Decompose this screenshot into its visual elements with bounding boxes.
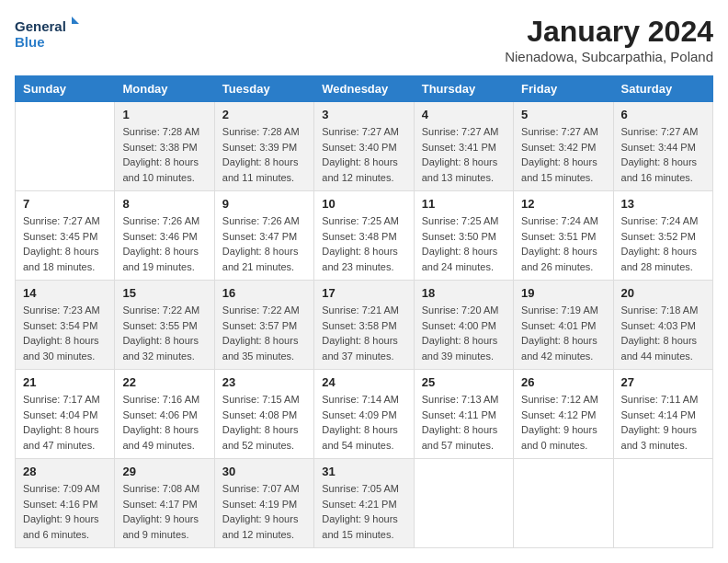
page-header: General Blue January 2024 Nienadowa, Sub… [15,15,713,64]
calendar-cell [514,459,613,548]
day-number: 18 [422,286,506,300]
sunset-text: Sunset: 3:45 PM [23,231,97,242]
sunset-text: Sunset: 3:51 PM [521,231,596,242]
calendar-cell: 12 Sunrise: 7:24 AM Sunset: 3:51 PM Dayl… [514,191,613,281]
calendar-cell: 11 Sunrise: 7:25 AM Sunset: 3:50 PM Dayl… [414,191,513,281]
calendar-cell: 25 Sunrise: 7:13 AM Sunset: 4:11 PM Dayl… [414,370,513,459]
sunrise-text: Sunrise: 7:13 AM [422,394,499,405]
day-number: 25 [422,375,506,389]
day-number: 6 [621,108,705,121]
day-number: 10 [322,197,405,211]
day-number: 3 [322,108,405,121]
sunrise-text: Sunrise: 7:28 AM [122,126,199,137]
day-details: Sunrise: 7:14 AM Sunset: 4:09 PM Dayligh… [322,392,405,453]
sunrise-text: Sunrise: 7:17 AM [23,394,100,405]
svg-text:General: General [15,18,66,34]
daylight-text: Daylight: 8 hours and 35 minutes. [222,335,299,362]
sunrise-text: Sunrise: 7:15 AM [222,394,300,405]
day-number: 1 [122,108,206,121]
calendar-cell: 21 Sunrise: 7:17 AM Sunset: 4:04 PM Dayl… [16,370,115,459]
calendar-cell: 28 Sunrise: 7:09 AM Sunset: 4:16 PM Dayl… [16,459,115,548]
day-number: 19 [521,286,605,300]
sunrise-text: Sunrise: 7:22 AM [122,304,199,316]
sunrise-text: Sunrise: 7:16 AM [122,394,199,405]
day-details: Sunrise: 7:17 AM Sunset: 4:04 PM Dayligh… [23,392,107,453]
daylight-text: Daylight: 9 hours and 12 minutes. [222,513,299,540]
sunset-text: Sunset: 4:08 PM [222,409,297,420]
sunrise-text: Sunrise: 7:25 AM [422,215,499,226]
sunrise-text: Sunrise: 7:07 AM [222,483,300,494]
day-number: 8 [122,197,206,211]
calendar-week-row: 21 Sunrise: 7:17 AM Sunset: 4:04 PM Dayl… [16,370,713,459]
sunset-text: Sunset: 4:04 PM [23,409,97,420]
day-details: Sunrise: 7:09 AM Sunset: 4:16 PM Dayligh… [23,481,107,542]
sunset-text: Sunset: 4:21 PM [322,499,396,510]
calendar-day-header: Monday [115,76,214,102]
day-details: Sunrise: 7:23 AM Sunset: 3:54 PM Dayligh… [23,303,107,363]
daylight-text: Daylight: 8 hours and 15 minutes. [521,156,597,183]
sunrise-text: Sunrise: 7:27 AM [422,126,499,137]
day-number: 27 [621,375,705,389]
calendar-day-header: Friday [514,76,613,102]
sunrise-text: Sunrise: 7:27 AM [322,126,399,137]
calendar-cell: 27 Sunrise: 7:11 AM Sunset: 4:14 PM Dayl… [613,370,712,459]
day-number: 15 [122,286,206,300]
sunrise-text: Sunrise: 7:14 AM [322,394,399,405]
daylight-text: Daylight: 8 hours and 13 minutes. [422,156,498,183]
day-details: Sunrise: 7:27 AM Sunset: 3:41 PM Dayligh… [422,124,506,185]
calendar-cell: 30 Sunrise: 7:07 AM Sunset: 4:19 PM Dayl… [214,459,313,548]
daylight-text: Daylight: 8 hours and 19 minutes. [122,246,199,272]
day-details: Sunrise: 7:24 AM Sunset: 3:52 PM Dayligh… [621,213,705,274]
daylight-text: Daylight: 9 hours and 9 minutes. [122,513,199,540]
day-details: Sunrise: 7:08 AM Sunset: 4:17 PM Dayligh… [122,481,206,542]
daylight-text: Daylight: 8 hours and 10 minutes. [122,156,199,183]
sunset-text: Sunset: 3:39 PM [222,142,297,153]
calendar-table: SundayMondayTuesdayWednesdayThursdayFrid… [15,75,713,548]
day-details: Sunrise: 7:15 AM Sunset: 4:08 PM Dayligh… [222,392,306,453]
day-number: 2 [222,108,306,121]
calendar-cell: 2 Sunrise: 7:28 AM Sunset: 3:39 PM Dayli… [214,102,313,191]
sunrise-text: Sunrise: 7:27 AM [23,215,100,226]
sunset-text: Sunset: 4:14 PM [621,409,696,420]
day-details: Sunrise: 7:21 AM Sunset: 3:58 PM Dayligh… [322,303,405,363]
daylight-text: Daylight: 8 hours and 18 minutes. [23,246,99,272]
day-details: Sunrise: 7:25 AM Sunset: 3:48 PM Dayligh… [322,213,405,274]
calendar-cell: 18 Sunrise: 7:20 AM Sunset: 4:00 PM Dayl… [414,281,513,370]
sunset-text: Sunset: 3:55 PM [122,320,197,331]
calendar-cell: 8 Sunrise: 7:26 AM Sunset: 3:46 PM Dayli… [115,191,214,281]
calendar-day-header: Tuesday [214,76,313,102]
daylight-text: Daylight: 8 hours and 21 minutes. [222,246,299,272]
calendar-cell: 1 Sunrise: 7:28 AM Sunset: 3:38 PM Dayli… [115,102,214,191]
sunrise-text: Sunrise: 7:27 AM [621,126,699,137]
daylight-text: Daylight: 8 hours and 39 minutes. [422,335,498,362]
day-details: Sunrise: 7:19 AM Sunset: 4:01 PM Dayligh… [521,303,605,363]
svg-marker-2 [72,17,79,24]
day-details: Sunrise: 7:05 AM Sunset: 4:21 PM Dayligh… [322,481,405,542]
daylight-text: Daylight: 9 hours and 3 minutes. [621,424,698,451]
sunrise-text: Sunrise: 7:18 AM [621,304,699,316]
sunrise-text: Sunrise: 7:26 AM [122,215,199,226]
sunrise-text: Sunrise: 7:28 AM [222,126,300,137]
calendar-cell: 6 Sunrise: 7:27 AM Sunset: 3:44 PM Dayli… [613,102,712,191]
day-number: 16 [222,286,306,300]
day-number: 14 [23,286,107,300]
day-details: Sunrise: 7:18 AM Sunset: 4:03 PM Dayligh… [621,303,705,363]
calendar-cell: 3 Sunrise: 7:27 AM Sunset: 3:40 PM Dayli… [314,102,414,191]
day-number: 5 [521,108,605,121]
calendar-cell: 19 Sunrise: 7:19 AM Sunset: 4:01 PM Dayl… [514,281,613,370]
sunset-text: Sunset: 4:17 PM [122,499,197,510]
day-details: Sunrise: 7:16 AM Sunset: 4:06 PM Dayligh… [122,392,206,453]
day-number: 9 [222,197,306,211]
calendar-cell: 5 Sunrise: 7:27 AM Sunset: 3:42 PM Dayli… [514,102,613,191]
calendar-cell: 24 Sunrise: 7:14 AM Sunset: 4:09 PM Dayl… [314,370,414,459]
sunrise-text: Sunrise: 7:23 AM [23,304,100,316]
day-details: Sunrise: 7:22 AM Sunset: 3:57 PM Dayligh… [222,303,306,363]
day-details: Sunrise: 7:26 AM Sunset: 3:47 PM Dayligh… [222,213,306,274]
sunrise-text: Sunrise: 7:27 AM [521,126,598,137]
day-number: 17 [322,286,405,300]
calendar-cell [16,102,115,191]
sunrise-text: Sunrise: 7:25 AM [322,215,399,226]
sunrise-text: Sunrise: 7:24 AM [521,215,598,226]
daylight-text: Daylight: 8 hours and 11 minutes. [222,156,299,183]
sunset-text: Sunset: 3:50 PM [422,231,496,242]
